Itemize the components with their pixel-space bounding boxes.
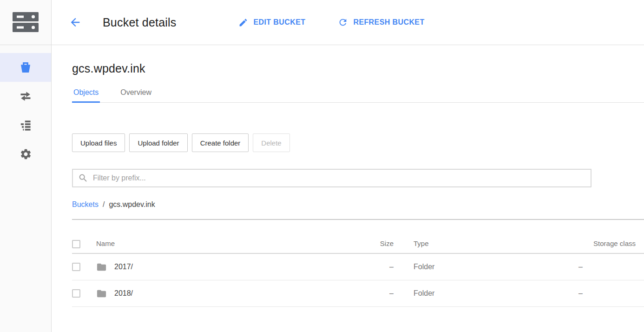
table-row[interactable]: 2017/ – Folder – [72, 254, 644, 280]
refresh-bucket-label: REFRESH BUCKET [353, 18, 424, 27]
breadcrumb-buckets-link[interactable]: Buckets [72, 200, 99, 209]
column-header-type: Type [414, 239, 572, 247]
column-header-size: Size [358, 239, 414, 247]
transfer-arrows-icon [19, 90, 32, 103]
back-button[interactable] [68, 15, 82, 29]
app-logo [0, 0, 51, 45]
object-storage-class: – [572, 263, 644, 271]
column-header-name: Name [96, 239, 358, 247]
row-checkbox[interactable] [72, 263, 80, 271]
prefix-filter-input[interactable] [93, 170, 591, 186]
object-type: Folder [414, 289, 572, 298]
object-size: – [358, 289, 414, 298]
object-size: – [358, 263, 414, 271]
usage-list-icon [20, 119, 32, 132]
object-type: Folder [414, 263, 572, 271]
refresh-bucket-button[interactable]: REFRESH BUCKET [338, 17, 424, 27]
object-name[interactable]: 2018/ [114, 289, 133, 298]
column-header-storage-class: Storage class [572, 239, 644, 247]
delete-button[interactable]: Delete [253, 133, 289, 152]
refresh-icon [338, 17, 348, 27]
sidebar-item-buckets[interactable] [0, 53, 51, 82]
prefix-filter [72, 169, 591, 187]
sidebar-item-usage[interactable] [0, 111, 51, 139]
storage-server-icon [13, 12, 39, 33]
upload-files-button[interactable]: Upload files [72, 133, 125, 152]
object-actions-toolbar: Upload files Upload folder Create folder… [72, 133, 644, 152]
breadcrumb: Buckets / gcs.wpdev.ink [72, 200, 644, 209]
folder-icon [96, 262, 107, 272]
table-header-row: Name Size Type Storage class [72, 220, 644, 254]
pencil-icon [238, 18, 248, 27]
sidebar-item-transfer[interactable] [0, 82, 51, 111]
select-all-checkbox[interactable] [72, 240, 80, 248]
bucket-name-title: gcs.wpdev.ink [72, 62, 644, 75]
table-row[interactable]: 2018/ – Folder – [72, 280, 644, 307]
edit-bucket-label: EDIT BUCKET [253, 18, 305, 27]
bucket-details-main: gcs.wpdev.ink Objects Overview Upload fi… [52, 45, 644, 332]
content-column: Bucket details EDIT BUCKET REFRESH BUCKE… [52, 0, 644, 332]
bucket-details-window: Bucket details EDIT BUCKET REFRESH BUCKE… [0, 0, 644, 332]
folder-icon [96, 288, 107, 299]
breadcrumb-separator: / [103, 200, 105, 209]
search-icon [78, 173, 88, 183]
breadcrumb-current: gcs.wpdev.ink [109, 200, 155, 209]
create-folder-button[interactable]: Create folder [192, 133, 249, 152]
object-storage-class: – [572, 289, 644, 298]
sidebar [0, 0, 52, 332]
tab-bar: Objects Overview [72, 88, 644, 103]
row-checkbox[interactable] [72, 289, 80, 298]
page-header: Bucket details EDIT BUCKET REFRESH BUCKE… [52, 0, 644, 45]
edit-bucket-button[interactable]: EDIT BUCKET [238, 18, 305, 27]
bucket-icon [19, 60, 33, 74]
sidebar-item-settings[interactable] [0, 139, 51, 168]
page-title: Bucket details [103, 16, 176, 29]
tab-objects[interactable]: Objects [72, 88, 100, 102]
object-name[interactable]: 2017/ [114, 263, 133, 271]
sidebar-nav [0, 53, 51, 168]
gear-icon [20, 148, 32, 160]
arrow-back-icon [69, 16, 82, 29]
upload-folder-button[interactable]: Upload folder [129, 133, 187, 152]
tab-overview[interactable]: Overview [119, 88, 153, 102]
